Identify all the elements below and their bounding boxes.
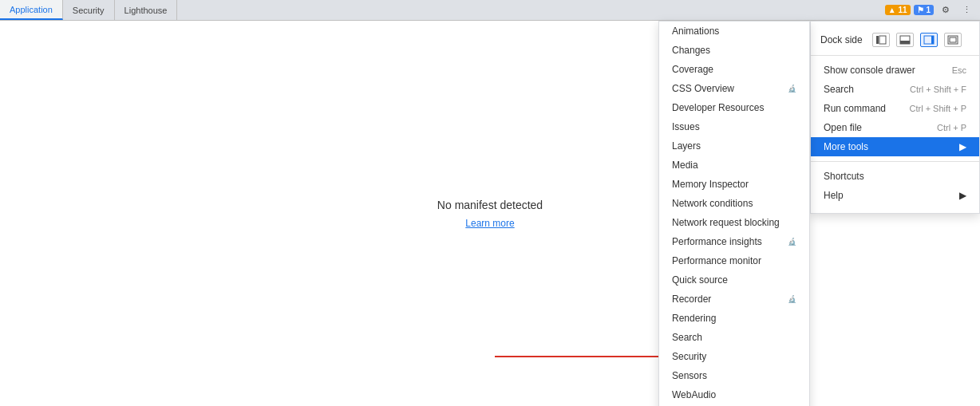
warn-badge: ▲ 11 — [885, 5, 911, 15]
more-tools-layers[interactable]: Layers — [659, 136, 809, 156]
dock-side-row: Dock side — [811, 30, 979, 50]
more-tools-sensors[interactable]: Sensors — [659, 366, 809, 385]
more-tools-rendering[interactable]: Rendering — [659, 309, 809, 328]
red-arrow — [495, 352, 670, 361]
dock-side-section: Dock side — [811, 25, 979, 56]
more-tools-network-conditions[interactable]: Network conditions — [659, 194, 809, 213]
show-console-item[interactable]: Show console drawer Esc — [811, 61, 979, 80]
more-tools-media[interactable]: Media — [659, 156, 809, 175]
more-tools-performance-monitor[interactable]: Performance monitor — [659, 251, 809, 270]
more-tools-memory-inspector[interactable]: Memory Inspector — [659, 175, 809, 194]
more-tools-arrow-icon: ▶ — [959, 141, 966, 152]
settings-icon[interactable]: ⚙ — [937, 2, 954, 19]
dock-right-btn[interactable] — [920, 33, 938, 47]
more-tools-webaudio[interactable]: WebAudio — [659, 385, 809, 404]
no-manifest-section: No manifest detected Learn more — [437, 199, 543, 229]
svg-rect-2 — [900, 41, 910, 44]
more-tools-developer-resources[interactable]: Developer Resources — [659, 98, 809, 117]
more-tools-network-request-blocking[interactable]: Network request blocking — [659, 213, 809, 232]
no-manifest-title: No manifest detected — [437, 199, 543, 211]
more-tools-performance-insights[interactable]: Performance insights🔬 — [659, 232, 809, 251]
tab-icons: ▲ 11 ⚑ 1 ⚙ ⋮ — [880, 0, 980, 20]
console-search-section: Show console drawer Esc Search Ctrl + Sh… — [811, 56, 979, 162]
dock-side-label: Dock side — [820, 34, 863, 45]
more-tools-changes[interactable]: Changes — [659, 41, 809, 60]
svg-rect-1 — [879, 36, 886, 44]
dock-left-btn[interactable] — [872, 33, 890, 47]
info-badge: ⚑ 1 — [914, 5, 934, 15]
tab-bar: Application Security Lighthouse ▲ 11 ⚑ 1… — [0, 0, 980, 21]
tab-security[interactable]: Security — [63, 0, 115, 20]
more-tools-animations[interactable]: Animations — [659, 22, 809, 41]
more-tools-css-overview[interactable]: CSS Overview🔬 — [659, 79, 809, 98]
tab-lighthouse[interactable]: Lighthouse — [115, 0, 178, 20]
help-item[interactable]: Help ▶ — [811, 186, 979, 205]
shortcuts-item[interactable]: Shortcuts — [811, 167, 979, 186]
search-item[interactable]: Search Ctrl + Shift + F — [811, 80, 979, 99]
shortcuts-help-section: Shortcuts Help ▶ — [811, 162, 979, 210]
more-tools-issues[interactable]: Issues — [659, 117, 809, 136]
more-tools-coverage[interactable]: Coverage — [659, 60, 809, 79]
more-options-icon[interactable]: ⋮ — [958, 2, 975, 19]
more-tools-recorder[interactable]: Recorder🔬 — [659, 290, 809, 309]
open-file-item[interactable]: Open file Ctrl + P — [811, 118, 979, 137]
svg-rect-0 — [876, 36, 879, 44]
dock-bottom-btn[interactable] — [896, 33, 914, 47]
dock-detach-btn[interactable] — [944, 33, 962, 47]
more-tools-menu: AnimationsChangesCoverageCSS Overview🔬De… — [658, 21, 810, 406]
more-tools-search[interactable]: Search — [659, 328, 809, 347]
run-command-item[interactable]: Run command Ctrl + Shift + P — [811, 99, 979, 118]
more-tools-item[interactable]: More tools ▶ — [811, 137, 979, 156]
right-panel-menu: Dock side Show console drawer Esc Search… — [810, 21, 980, 214]
more-tools-quick-source[interactable]: Quick source — [659, 270, 809, 290]
svg-rect-7 — [950, 37, 956, 42]
help-arrow-icon: ▶ — [959, 190, 966, 201]
tab-application[interactable]: Application — [0, 0, 63, 20]
learn-more-link[interactable]: Learn more — [465, 218, 514, 229]
more-tools-security[interactable]: Security — [659, 347, 809, 366]
arrow-line — [495, 356, 662, 357]
